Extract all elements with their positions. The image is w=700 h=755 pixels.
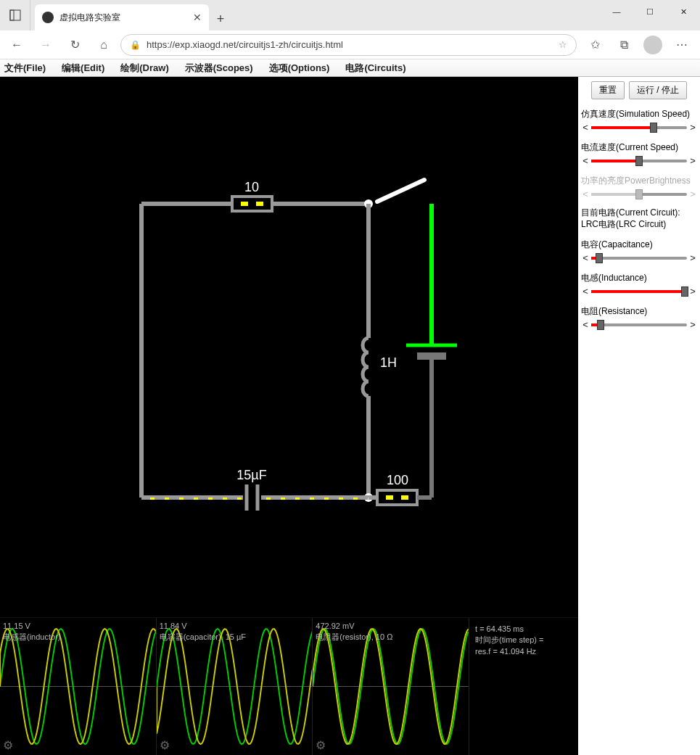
scope-1[interactable]: 11.15 V 电感器(inductor) ⚙ [0, 618, 157, 755]
more-button[interactable]: ⋯ [668, 33, 696, 57]
slider-inductance-label: 电感(Inductance) [581, 272, 697, 284]
tab-actions-icon[interactable] [0, 0, 30, 30]
menu-draw[interactable]: 绘制(Draw) [120, 62, 168, 75]
info-timestep: 时间步(time step) = [475, 635, 575, 645]
scope-2-settings-icon[interactable]: ⚙ [160, 738, 170, 752]
resistor-r2-label: 100 [387, 473, 408, 487]
browser-tab[interactable]: 虚拟电路实验室 ✕ [35, 4, 209, 30]
current-circuit-info: 目前电路(Current Circuit): LRC电路(LRC Circuit… [581, 207, 697, 230]
lock-icon: 🔒 [130, 40, 141, 50]
info-time: t = 64.435 ms [475, 624, 575, 635]
slider-inductance: 电感(Inductance) < > [581, 272, 697, 297]
resistor-r1-label: 10 [244, 180, 259, 194]
window-close-button[interactable]: ✕ [667, 0, 700, 23]
scope-3-settings-icon[interactable]: ⚙ [316, 738, 326, 752]
slider-sim-speed-dec[interactable]: < [581, 122, 590, 133]
slider-inductance-track[interactable] [591, 290, 687, 293]
simulation-info: t = 64.435 ms 时间步(time step) = res.f = 4… [469, 618, 578, 755]
run-stop-button[interactable]: 运行 / 停止 [629, 81, 687, 99]
favorites-button[interactable]: ✩ [581, 33, 609, 57]
slider-inductance-inc[interactable]: > [688, 286, 697, 297]
slider-capacitance-track[interactable] [591, 257, 687, 260]
svg-rect-33 [401, 495, 408, 500]
slider-sim-speed: 仿真速度(Simulation Speed) < > [581, 108, 697, 133]
slider-power-brightness-inc: > [688, 189, 697, 199]
slider-capacitance-dec[interactable]: < [581, 252, 590, 263]
home-button[interactable]: ⌂ [91, 33, 116, 57]
slider-sim-speed-label: 仿真速度(Simulation Speed) [581, 108, 697, 120]
app-menubar: 文件(File) 编辑(Edit) 绘制(Draw) 示波器(Scopes) 选… [0, 59, 700, 77]
tab-title: 虚拟电路实验室 [59, 12, 187, 24]
slider-power-brightness-label: 功率的亮度PowerBrightness [581, 175, 697, 187]
scope-2[interactable]: 11.84 V 电容器(capacitor), 15 µF ⚙ [157, 618, 313, 755]
slider-current-speed-inc[interactable]: > [688, 155, 697, 166]
svg-rect-9 [241, 202, 248, 206]
slider-sim-speed-track[interactable] [591, 126, 687, 129]
control-sidebar: 重置 运行 / 停止 仿真速度(Simulation Speed) < > 电流… [578, 77, 700, 755]
slider-resistance-label: 电阻(Resistance) [581, 305, 697, 318]
scope-3-label: 472.92 mV 电阻器(resistor), 10 Ω [316, 621, 392, 643]
back-button[interactable]: ← [4, 33, 29, 57]
svg-rect-10 [256, 202, 263, 206]
inductor-label: 1H [380, 355, 397, 370]
circuit-canvas[interactable]: 10 1H 15µF [0, 77, 578, 755]
svg-rect-1 [10, 10, 14, 20]
slider-current-speed-label: 电流速度(Current Speed) [581, 141, 697, 154]
svg-rect-0 [10, 10, 20, 20]
browser-tab-strip: 虚拟电路实验室 ✕ + — ☐ ✕ [0, 0, 700, 30]
svg-line-14 [377, 180, 424, 202]
menu-edit[interactable]: 编辑(Edit) [62, 62, 104, 75]
scopes-panel: 11.15 V 电感器(inductor) ⚙ 11.84 V 电容器(capa… [0, 617, 578, 755]
profile-button[interactable] [639, 33, 667, 57]
forward-button[interactable]: → [33, 33, 58, 57]
url-text: https://exp.xiaogd.net/circuitjs1-zh/cir… [147, 39, 553, 50]
window-minimize-button[interactable]: — [600, 0, 633, 23]
capacitor-label: 15µF [236, 468, 266, 482]
slider-resistance-inc[interactable]: > [688, 319, 697, 330]
menu-circuits[interactable]: 电路(Circuits) [345, 62, 405, 75]
slider-capacitance-inc[interactable]: > [688, 252, 697, 263]
svg-rect-32 [386, 495, 393, 500]
avatar-icon [643, 36, 662, 54]
favicon-icon [42, 12, 54, 23]
slider-power-brightness-track [591, 193, 687, 196]
tab-close-icon[interactable]: ✕ [193, 12, 202, 23]
info-resfreq: res.f = 41.094 Hz [475, 646, 575, 657]
window-maximize-button[interactable]: ☐ [633, 0, 667, 23]
slider-power-brightness-dec: < [581, 189, 590, 199]
address-bar[interactable]: 🔒 https://exp.xiaogd.net/circuitjs1-zh/c… [120, 34, 577, 56]
slider-current-speed-dec[interactable]: < [581, 155, 590, 166]
scope-3[interactable]: 472.92 mV 电阻器(resistor), 10 Ω ⚙ [313, 618, 469, 755]
slider-capacitance-label: 电容(Capacitance) [581, 239, 697, 251]
slider-capacitance: 电容(Capacitance) < > [581, 239, 697, 263]
collections-button[interactable]: ⧉ [610, 33, 638, 57]
scope-2-label: 11.84 V 电容器(capacitor), 15 µF [160, 621, 246, 643]
scope-1-label: 11.15 V 电感器(inductor) [3, 621, 60, 643]
new-tab-button[interactable]: + [209, 7, 232, 30]
slider-inductance-dec[interactable]: < [581, 286, 590, 297]
slider-power-brightness: 功率的亮度PowerBrightness < > [581, 175, 697, 199]
slider-current-speed: 电流速度(Current Speed) < > [581, 141, 697, 166]
reload-button[interactable]: ↻ [62, 33, 87, 57]
reset-button[interactable]: 重置 [591, 81, 625, 99]
svg-rect-8 [232, 197, 272, 211]
slider-resistance: 电阻(Resistance) < > [581, 305, 697, 330]
browser-toolbar: ← → ↻ ⌂ 🔒 https://exp.xiaogd.net/circuit… [0, 30, 700, 59]
slider-sim-speed-inc[interactable]: > [688, 122, 697, 133]
slider-current-speed-track[interactable] [591, 160, 687, 162]
menu-scopes[interactable]: 示波器(Scopes) [185, 62, 253, 75]
read-aloud-icon[interactable]: ☆ [559, 39, 567, 50]
svg-rect-31 [377, 490, 417, 505]
scope-1-settings-icon[interactable]: ⚙ [3, 738, 13, 752]
circuit-svg: 10 1H 15µF [0, 77, 578, 617]
slider-resistance-track[interactable] [591, 323, 687, 326]
menu-options[interactable]: 选项(Options) [269, 62, 330, 75]
menu-file[interactable]: 文件(File) [4, 62, 46, 75]
slider-resistance-dec[interactable]: < [581, 319, 590, 330]
